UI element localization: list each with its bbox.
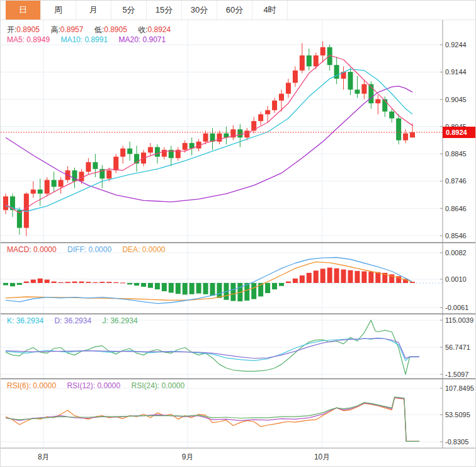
macd-hist-bar [59,282,64,283]
macd-hist-bar [72,282,77,283]
candle-body [293,71,298,83]
last-price-badge: 0.8924 [443,127,476,138]
rsi24-line [6,397,419,441]
tab-5min[interactable]: 5分 [111,1,147,20]
candle-body [375,99,380,103]
macd-hist-bar [45,280,50,283]
tab-month[interactable]: 月 [76,1,111,20]
y-tick-label: 115.0039 [445,316,473,324]
y-tick-label: 0.8646 [445,205,467,212]
candle-body [45,180,50,194]
candle-body [127,149,132,154]
candle-body [354,89,360,94]
macd-hist-bar [162,283,167,291]
candle-body [52,180,57,187]
macd-hist-bar [368,272,373,283]
macd-hist-bar [293,279,298,283]
tab-4hour[interactable]: 4时 [252,1,288,20]
candle-body [148,147,153,153]
macd-hist-bar [314,270,319,283]
macd-hist-bar [375,272,380,283]
macd-hist-bar [3,283,8,285]
tab-week[interactable]: 周 [41,1,76,20]
tab-15min[interactable]: 15分 [147,1,182,20]
macd-hist-bar [65,282,71,283]
chart-canvas[interactable]: 0.92440.91440.90450.89450.88450.87460.86… [1,20,476,467]
candle-body [348,72,353,89]
macd-hist-bar [279,283,284,286]
macd-hist-bar [327,268,332,283]
macd-hist-bar [31,280,36,283]
candle-body [183,143,188,150]
tab-bar: 日周月5分15分30分60分4时 [1,1,475,20]
macd-hist-bar [251,283,256,299]
macd-hist-bar [120,282,125,283]
candle-body [389,112,394,118]
ma20-line [6,86,412,202]
candle-body [93,162,98,169]
candle-body [59,180,64,187]
macd-hist-bar [286,282,291,283]
macd-hist-bar [127,283,132,284]
macd-hist-bar [210,283,215,296]
y-tick-label: 0.0082 [445,249,467,257]
macd-hist-bar [52,282,57,283]
macd-hist-bar [134,283,139,285]
candle-body [258,114,263,121]
y-tick-label: 0.8546 [445,232,467,239]
y-tick-label: 107.8495 [445,384,474,392]
candle-body [320,47,326,55]
macd-hist-bar [10,283,15,286]
candle-body [106,170,111,178]
tab-60min[interactable]: 60分 [217,1,252,20]
candle-body [31,190,36,194]
candle-body [86,162,91,171]
y-tick-label: 0.0010 [445,275,467,283]
macd-hist-bar [190,283,195,294]
macd-hist-bar [196,283,201,294]
chart-app-window: 日周月5分15分30分60分4时 0.92440.91440.90450.894… [0,0,476,467]
candle-body [203,134,208,142]
candle-body [3,197,8,210]
y-tick-label: 0.9244 [445,41,467,49]
y-tick-label: 0.9144 [445,68,467,76]
candle-body [314,55,319,66]
candle-body [217,134,222,142]
candle-body [79,172,84,182]
macd-hist-bar [169,283,174,292]
ma10-line [6,69,412,212]
macd-hist-bar [113,282,118,283]
macd-hist-bar [217,283,222,298]
y-tick-label: -0.0061 [445,304,468,311]
y-tick-label: 53.5095 [445,411,470,418]
macd-hist-bar [155,283,160,289]
tab-30min[interactable]: 30分 [182,1,217,20]
candle-body [38,190,43,194]
macd-hist-bar [341,270,346,283]
macd-hist-bar [320,268,326,283]
macd-hist-bar [106,282,111,283]
y-tick-label: 0.9045 [445,96,467,103]
tab-day[interactable]: 日 [6,1,41,20]
macd-hist-bar [176,283,181,294]
macd-hist-bar [307,273,312,283]
macd-hist-bar [354,271,360,283]
macd-hist-bar [24,282,29,283]
candle-body [272,101,277,110]
candle-body [120,149,125,157]
macd-hist-bar [79,282,84,283]
macd-hist-bar [272,283,277,289]
macd-hist-bar [38,279,43,283]
x-axis-month-label: 10月 [314,453,330,461]
macd-hist-bar [230,283,235,301]
macd-hist-bar [17,283,22,285]
candle-body [237,129,242,137]
candle-body [279,94,284,101]
macd-hist-bar [203,283,208,294]
candle-body [113,157,118,171]
candle-body [396,118,401,141]
candle-body [410,132,415,137]
x-axis-month-label: 9月 [182,453,194,461]
macd-hist-bar [141,283,146,287]
y-tick-label: 0.8845 [445,150,467,158]
